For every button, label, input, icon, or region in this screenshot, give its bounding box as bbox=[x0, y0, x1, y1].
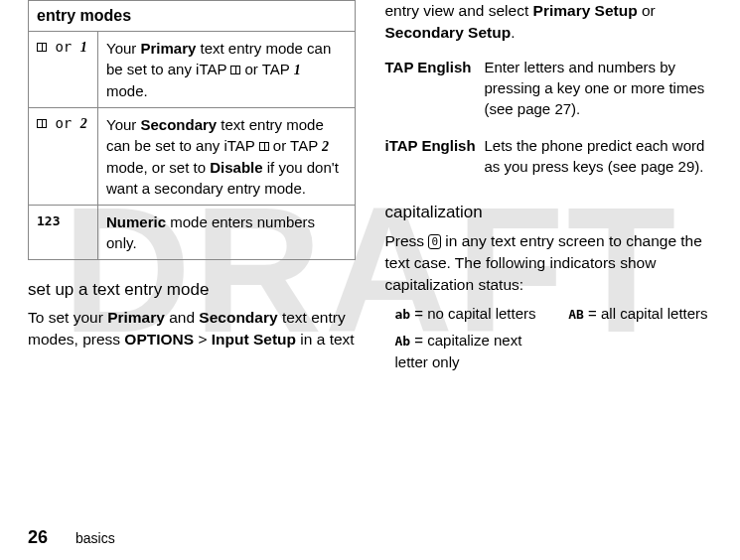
entry-modes-header: entry modes bbox=[29, 1, 356, 32]
table-row: or 2 Your Secondary text entry mode can … bbox=[29, 107, 356, 205]
itap-english-desc: Lets the phone predict each word as you … bbox=[485, 129, 713, 187]
text: entry view and select bbox=[385, 2, 533, 19]
text: mode. bbox=[106, 82, 148, 99]
numeric-icon: 123 bbox=[37, 213, 60, 228]
secondary-label: Secondary bbox=[140, 116, 217, 133]
primary-label: Primary bbox=[140, 40, 196, 57]
entry-modes-table: entry modes or 1 Your Primary text entry… bbox=[28, 0, 356, 260]
mode-desc-cell: Numeric mode enters numbers only. bbox=[98, 205, 356, 259]
page-footer: 26 basics bbox=[28, 515, 712, 548]
or-text: or bbox=[47, 115, 80, 131]
breadcrumb-separator: > bbox=[194, 331, 212, 348]
text: . bbox=[511, 24, 515, 41]
text: Your bbox=[106, 116, 140, 133]
book-icon bbox=[37, 119, 47, 128]
secondary-setup-label: Secondary Setup bbox=[385, 24, 512, 41]
table-row: 123 Numeric mode enters numbers only. bbox=[29, 205, 356, 259]
book-icon bbox=[230, 66, 240, 74]
primary-setup-label: Primary Setup bbox=[533, 2, 638, 19]
page-number: 26 bbox=[28, 527, 48, 548]
text: = capitalize next letter only bbox=[395, 332, 522, 369]
cap-cell-no-capital: ab = no capital letters bbox=[395, 303, 539, 324]
ab-mixed-icon: Ab bbox=[395, 334, 411, 349]
mode-icon-cell: 123 bbox=[29, 205, 98, 259]
setup-heading: set up a text entry mode bbox=[28, 278, 356, 302]
left-column: entry modes or 1 Your Primary text entry… bbox=[28, 0, 356, 515]
cap-cell-all-capital: AB = all capital letters bbox=[568, 303, 712, 324]
table-row: TAP English Enter letters and numbers by… bbox=[385, 51, 713, 129]
text: or TAP bbox=[269, 137, 322, 154]
text: or bbox=[638, 2, 656, 19]
text: or TAP bbox=[240, 61, 293, 77]
page: entry modes or 1 Your Primary text entry… bbox=[0, 0, 740, 560]
text: = no capital letters bbox=[410, 305, 535, 322]
setup-paragraph: To set your Primary and Secondary text e… bbox=[28, 307, 356, 350]
mode-icon-cell: or 1 bbox=[29, 32, 98, 108]
capitalization-grid: ab = no capital letters AB = all capital… bbox=[395, 303, 713, 371]
text: and bbox=[165, 309, 199, 326]
cap-cell-empty bbox=[568, 330, 712, 371]
or-text: or bbox=[47, 39, 80, 55]
mode-desc-cell: Your Secondary text entry mode can be se… bbox=[98, 107, 356, 205]
itap-english-label: iTAP English bbox=[385, 129, 485, 187]
tap-english-label: TAP English bbox=[385, 51, 485, 129]
setup-options-table: TAP English Enter letters and numbers by… bbox=[385, 51, 713, 187]
ab-caps-icon: AB bbox=[568, 307, 584, 322]
text: mode, or set to bbox=[106, 159, 210, 176]
digit-one-icon: 1 bbox=[294, 63, 301, 77]
mode-desc-cell: Your Primary text entry mode can be set … bbox=[98, 32, 356, 108]
digit-two-icon: 2 bbox=[322, 139, 329, 154]
cap-cell-next-capital: Ab = capitalize next letter only bbox=[395, 330, 539, 371]
book-icon bbox=[259, 142, 269, 151]
disable-label: Disable bbox=[210, 159, 262, 176]
section-name: basics bbox=[75, 530, 115, 546]
right-intro-paragraph: entry view and select Primary Setup or S… bbox=[385, 0, 713, 43]
cap-row: ab = no capital letters AB = all capital… bbox=[395, 303, 713, 324]
primary-label: Primary bbox=[107, 309, 165, 326]
text: To set your bbox=[28, 309, 107, 326]
capitalization-heading: capitalization bbox=[385, 201, 713, 224]
digit-two-icon: 2 bbox=[80, 116, 87, 131]
book-icon bbox=[37, 43, 47, 52]
cap-row: Ab = capitalize next letter only bbox=[395, 330, 713, 371]
capitalization-paragraph: Press 0 in any text entry screen to chan… bbox=[385, 230, 713, 295]
numeric-label: Numeric bbox=[106, 213, 166, 230]
text: Your bbox=[106, 40, 140, 57]
text: Press bbox=[385, 232, 429, 249]
tap-english-desc: Enter letters and numbers by pressing a … bbox=[485, 51, 713, 129]
options-label: OPTIONS bbox=[124, 331, 194, 348]
table-row: iTAP English Lets the phone predict each… bbox=[385, 129, 713, 187]
right-column: entry view and select Primary Setup or S… bbox=[385, 0, 713, 515]
table-row: or 1 Your Primary text entry mode can be… bbox=[29, 32, 356, 108]
mode-icon-cell: or 2 bbox=[29, 107, 98, 205]
two-column-layout: entry modes or 1 Your Primary text entry… bbox=[28, 0, 712, 515]
secondary-label: Secondary bbox=[199, 309, 277, 326]
input-setup-label: Input Setup bbox=[212, 331, 296, 348]
zero-key-icon: 0 bbox=[428, 234, 441, 249]
text: in a text bbox=[296, 331, 355, 348]
text: = all capital letters bbox=[584, 305, 708, 322]
ab-icon: ab bbox=[395, 307, 411, 322]
digit-one-icon: 1 bbox=[80, 40, 87, 55]
